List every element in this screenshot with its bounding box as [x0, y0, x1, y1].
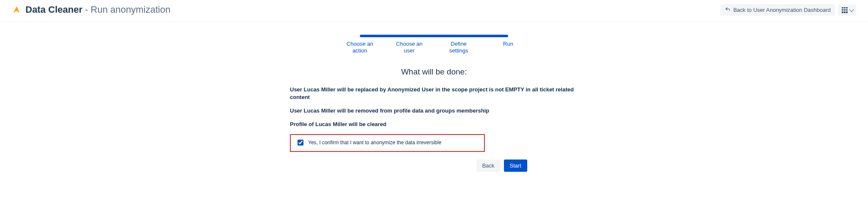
title-separator: -	[85, 4, 88, 15]
summary-item: User Lucas Miller will be removed from p…	[290, 107, 578, 115]
wizard-step-choose-action[interactable]: Choose an action	[343, 41, 377, 55]
app-logo-icon	[12, 5, 21, 14]
confirm-label: Yes, I confirm that I want to anonymize …	[308, 140, 441, 146]
wizard-steps: Choose an action Choose an user Define s…	[343, 41, 525, 55]
confirm-row[interactable]: Yes, I confirm that I want to anonymize …	[296, 138, 479, 147]
back-button[interactable]: Back	[476, 160, 501, 172]
wizard-progress: Choose an action Choose an user Define s…	[343, 35, 525, 55]
apps-grid-icon	[842, 7, 848, 13]
header-left: Data Cleaner - Run anonymization	[12, 4, 170, 15]
apps-menu-button[interactable]	[838, 5, 856, 16]
chevron-down-icon	[849, 7, 854, 11]
wizard-step-define-settings[interactable]: Define settings	[442, 41, 476, 55]
reply-arrow-icon	[725, 7, 731, 13]
wizard-step-run[interactable]: Run	[491, 41, 525, 55]
confirm-checkbox[interactable]	[298, 140, 303, 146]
confirm-highlight-box: Yes, I confirm that I want to anonymize …	[290, 134, 485, 152]
header-right: Back to User Anonymization Dashboard	[721, 4, 856, 16]
summary-section: What will be done: User Lucas Miller wil…	[290, 67, 578, 172]
start-button[interactable]: Start	[504, 160, 527, 172]
summary-item: User Lucas Miller will be replaced by An…	[290, 86, 578, 101]
summary-title: What will be done:	[290, 67, 578, 77]
app-name: Data Cleaner	[25, 4, 83, 15]
page-header: Data Cleaner - Run anonymization Back to…	[0, 0, 868, 22]
summary-action-list: User Lucas Miller will be replaced by An…	[290, 86, 578, 129]
page-title: Data Cleaner - Run anonymization	[25, 4, 170, 15]
page-subtitle: Run anonymization	[91, 4, 170, 15]
back-to-dashboard-label: Back to User Anonymization Dashboard	[733, 7, 831, 13]
wizard-progress-bar	[360, 35, 508, 37]
main-content: Choose an action Choose an user Define s…	[0, 22, 868, 172]
back-to-dashboard-button[interactable]: Back to User Anonymization Dashboard	[721, 4, 835, 16]
summary-item: Profile of Lucas Miller will be cleared	[290, 121, 578, 128]
wizard-step-choose-user[interactable]: Choose an user	[392, 41, 426, 55]
wizard-nav-buttons: Back Start	[290, 160, 527, 172]
